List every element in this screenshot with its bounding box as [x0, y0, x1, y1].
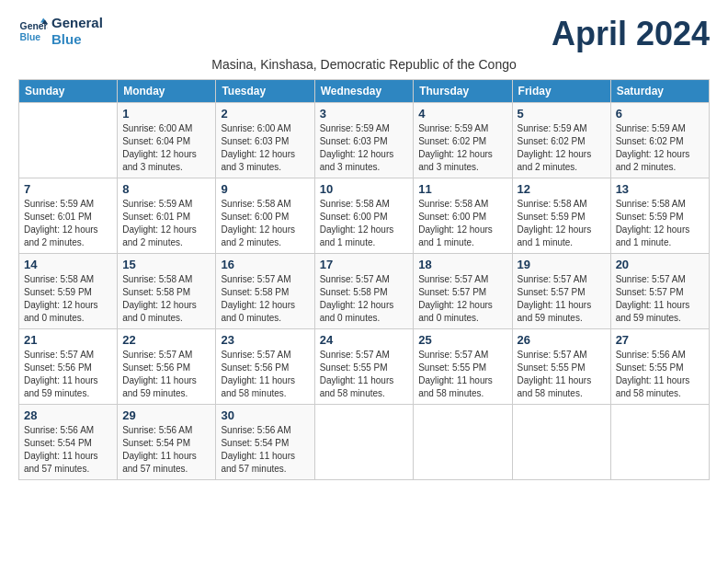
day-number: 17: [320, 258, 409, 271]
weekday-header-friday: Friday: [512, 80, 610, 103]
calendar-cell: 26Sunrise: 5:57 AMSunset: 5:55 PMDayligh…: [512, 329, 610, 405]
weekday-header-thursday: Thursday: [414, 80, 512, 103]
calendar-cell: 27Sunrise: 5:56 AMSunset: 5:55 PMDayligh…: [610, 329, 709, 405]
day-info: Sunrise: 5:56 AMSunset: 5:54 PMDaylight:…: [122, 424, 210, 476]
calendar-cell: 3Sunrise: 5:59 AMSunset: 6:03 PMDaylight…: [314, 103, 414, 178]
calendar-week-3: 14Sunrise: 5:58 AMSunset: 5:59 PMDayligh…: [19, 254, 710, 329]
day-number: 12: [518, 182, 606, 196]
calendar-cell: 29Sunrise: 5:56 AMSunset: 5:54 PMDayligh…: [118, 405, 216, 480]
day-info: Sunrise: 5:59 AMSunset: 6:03 PMDaylight:…: [320, 122, 409, 174]
weekday-header-row: SundayMondayTuesdayWednesdayThursdayFrid…: [19, 80, 710, 103]
calendar-cell: 19Sunrise: 5:57 AMSunset: 5:57 PMDayligh…: [512, 254, 610, 329]
day-number: 14: [24, 258, 112, 271]
logo: General Blue General Blue: [18, 15, 103, 48]
day-info: Sunrise: 5:57 AMSunset: 5:55 PMDaylight:…: [320, 349, 409, 400]
day-info: Sunrise: 5:58 AMSunset: 5:59 PMDaylight:…: [24, 273, 112, 325]
weekday-header-saturday: Saturday: [610, 80, 709, 103]
day-number: 30: [221, 408, 309, 422]
calendar-cell: 13Sunrise: 5:58 AMSunset: 5:59 PMDayligh…: [610, 178, 709, 254]
logo-general: General: [51, 15, 103, 31]
day-info: Sunrise: 5:57 AMSunset: 5:57 PMDaylight:…: [518, 273, 606, 325]
day-info: Sunrise: 5:57 AMSunset: 5:55 PMDaylight:…: [418, 349, 506, 400]
calendar-cell: [414, 405, 512, 480]
calendar-cell: 5Sunrise: 5:59 AMSunset: 6:02 PMDaylight…: [512, 103, 610, 178]
calendar-cell: 25Sunrise: 5:57 AMSunset: 5:55 PMDayligh…: [414, 329, 512, 405]
day-info: Sunrise: 5:58 AMSunset: 6:00 PMDaylight:…: [320, 198, 409, 249]
day-number: 13: [616, 182, 704, 196]
calendar-cell: 18Sunrise: 5:57 AMSunset: 5:57 PMDayligh…: [414, 254, 512, 329]
calendar-cell: 20Sunrise: 5:57 AMSunset: 5:57 PMDayligh…: [610, 254, 709, 329]
calendar-cell: 11Sunrise: 5:58 AMSunset: 6:00 PMDayligh…: [414, 178, 512, 254]
day-info: Sunrise: 5:57 AMSunset: 5:56 PMDaylight:…: [221, 349, 309, 400]
calendar-cell: 16Sunrise: 5:57 AMSunset: 5:58 PMDayligh…: [216, 254, 314, 329]
day-info: Sunrise: 5:58 AMSunset: 5:59 PMDaylight:…: [616, 198, 704, 249]
day-info: Sunrise: 5:59 AMSunset: 6:02 PMDaylight:…: [518, 122, 606, 174]
page-header: General Blue General Blue April 2024: [18, 15, 710, 53]
day-number: 28: [24, 408, 112, 422]
day-number: 20: [616, 258, 704, 271]
day-info: Sunrise: 5:59 AMSunset: 6:02 PMDaylight:…: [616, 122, 704, 174]
day-info: Sunrise: 5:57 AMSunset: 5:56 PMDaylight:…: [122, 349, 210, 400]
calendar-cell: [512, 405, 610, 480]
day-number: 11: [418, 182, 506, 196]
day-number: 16: [221, 258, 309, 271]
calendar-cell: 6Sunrise: 5:59 AMSunset: 6:02 PMDaylight…: [610, 103, 709, 178]
day-info: Sunrise: 5:59 AMSunset: 6:01 PMDaylight:…: [24, 198, 112, 249]
day-number: 3: [320, 107, 409, 121]
day-info: Sunrise: 5:56 AMSunset: 5:54 PMDaylight:…: [24, 424, 112, 476]
calendar-cell: 28Sunrise: 5:56 AMSunset: 5:54 PMDayligh…: [19, 405, 118, 480]
logo-icon: General Blue: [18, 17, 48, 46]
calendar-week-4: 21Sunrise: 5:57 AMSunset: 5:56 PMDayligh…: [19, 329, 710, 405]
calendar-cell: [19, 103, 118, 178]
calendar-table: SundayMondayTuesdayWednesdayThursdayFrid…: [18, 79, 710, 480]
calendar-cell: 8Sunrise: 5:59 AMSunset: 6:01 PMDaylight…: [118, 178, 216, 254]
calendar-cell: 1Sunrise: 6:00 AMSunset: 6:04 PMDaylight…: [118, 103, 216, 178]
day-number: 26: [518, 333, 606, 347]
day-number: 29: [122, 408, 210, 422]
day-number: 6: [616, 107, 704, 121]
day-number: 8: [122, 182, 210, 196]
calendar-cell: 10Sunrise: 5:58 AMSunset: 6:00 PMDayligh…: [314, 178, 414, 254]
calendar-cell: 7Sunrise: 5:59 AMSunset: 6:01 PMDaylight…: [19, 178, 118, 254]
day-info: Sunrise: 5:58 AMSunset: 6:00 PMDaylight:…: [418, 198, 506, 249]
calendar-cell: 14Sunrise: 5:58 AMSunset: 5:59 PMDayligh…: [19, 254, 118, 329]
calendar-cell: [314, 405, 414, 480]
calendar-cell: 30Sunrise: 5:56 AMSunset: 5:54 PMDayligh…: [216, 405, 314, 480]
calendar-cell: [610, 405, 709, 480]
day-number: 7: [24, 182, 112, 196]
calendar-cell: 17Sunrise: 5:57 AMSunset: 5:58 PMDayligh…: [314, 254, 414, 329]
calendar-cell: 15Sunrise: 5:58 AMSunset: 5:58 PMDayligh…: [118, 254, 216, 329]
calendar-week-2: 7Sunrise: 5:59 AMSunset: 6:01 PMDaylight…: [19, 178, 710, 254]
calendar-cell: 21Sunrise: 5:57 AMSunset: 5:56 PMDayligh…: [19, 329, 118, 405]
day-number: 2: [221, 107, 309, 121]
calendar-cell: 2Sunrise: 6:00 AMSunset: 6:03 PMDaylight…: [216, 103, 314, 178]
weekday-header-monday: Monday: [118, 80, 216, 103]
weekday-header-wednesday: Wednesday: [314, 80, 414, 103]
day-number: 21: [24, 333, 112, 347]
day-info: Sunrise: 5:57 AMSunset: 5:57 PMDaylight:…: [418, 273, 506, 325]
day-info: Sunrise: 5:58 AMSunset: 6:00 PMDaylight:…: [221, 198, 309, 249]
day-number: 23: [221, 333, 309, 347]
weekday-header-tuesday: Tuesday: [216, 80, 314, 103]
day-info: Sunrise: 5:58 AMSunset: 5:59 PMDaylight:…: [518, 198, 606, 249]
day-info: Sunrise: 5:59 AMSunset: 6:02 PMDaylight:…: [418, 122, 506, 174]
calendar-week-5: 28Sunrise: 5:56 AMSunset: 5:54 PMDayligh…: [19, 405, 710, 480]
day-number: 1: [122, 107, 210, 121]
day-info: Sunrise: 5:57 AMSunset: 5:58 PMDaylight:…: [320, 273, 409, 325]
day-info: Sunrise: 5:59 AMSunset: 6:01 PMDaylight:…: [122, 198, 210, 249]
day-number: 9: [221, 182, 309, 196]
calendar-cell: 23Sunrise: 5:57 AMSunset: 5:56 PMDayligh…: [216, 329, 314, 405]
calendar-cell: 4Sunrise: 5:59 AMSunset: 6:02 PMDaylight…: [414, 103, 512, 178]
weekday-header-sunday: Sunday: [19, 80, 118, 103]
day-number: 15: [122, 258, 210, 271]
calendar-cell: 9Sunrise: 5:58 AMSunset: 6:00 PMDaylight…: [216, 178, 314, 254]
svg-text:Blue: Blue: [20, 32, 41, 42]
page-subtitle: Masina, Kinshasa, Democratic Republic of…: [18, 57, 710, 72]
day-number: 22: [122, 333, 210, 347]
day-info: Sunrise: 6:00 AMSunset: 6:03 PMDaylight:…: [221, 122, 309, 174]
month-title: April 2024: [552, 15, 710, 53]
day-info: Sunrise: 5:56 AMSunset: 5:54 PMDaylight:…: [221, 424, 309, 476]
day-number: 27: [616, 333, 704, 347]
day-number: 24: [320, 333, 409, 347]
day-number: 5: [518, 107, 606, 121]
